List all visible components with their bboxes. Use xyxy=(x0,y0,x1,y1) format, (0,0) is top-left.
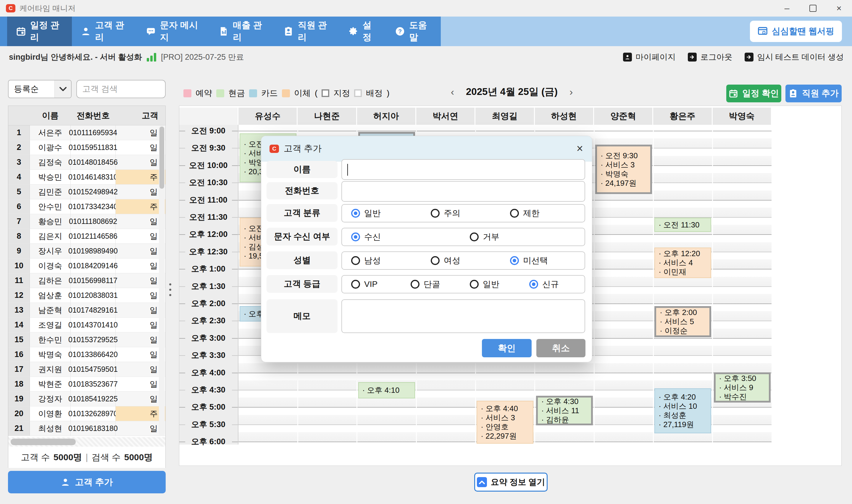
legend-label: 이체 xyxy=(294,88,311,99)
appointment-11[interactable]: · 오후 2:00· 서비스 5· 이정순 xyxy=(654,306,711,337)
staff-column-7[interactable]: 양준혁 xyxy=(594,108,653,125)
nav-tab-3[interactable]: 문자 메시지 xyxy=(137,17,210,46)
staff-column-4[interactable]: 박서연 xyxy=(416,108,475,125)
staff-column-5[interactable]: 최영길 xyxy=(475,108,534,125)
staff-column-3[interactable]: 허지아 xyxy=(357,108,416,125)
panel-resize-handle[interactable] xyxy=(169,283,171,296)
grid-row[interactable] xyxy=(238,373,772,390)
radio-unselected-icon xyxy=(470,233,479,241)
customer-row-14[interactable]: 14조영길010143701410일 xyxy=(8,318,165,332)
minimize-button[interactable]: – xyxy=(774,0,800,17)
nav-tab-4[interactable]: 매출 관리 xyxy=(210,17,274,46)
appointment-7[interactable]: · 오후 4:30· 서비스 11· 김하윤 xyxy=(536,396,593,425)
customer-row-7[interactable]: 7황승민010111808692일 xyxy=(8,214,165,229)
customer-row-3[interactable]: 3김정숙010148018456일 xyxy=(8,155,165,170)
customer-count-footer: 고객 수 5000명 | 검색 수 5000명 xyxy=(8,447,165,468)
customer-row-19[interactable]: 19강정자010185419225일 xyxy=(8,392,165,407)
status-link-3[interactable]: 임시 테스트 데이터 생성 xyxy=(745,52,844,62)
gender-option-2[interactable]: 여성 xyxy=(431,255,460,266)
customer-row-11[interactable]: 11김하은010156998117일 xyxy=(8,273,165,288)
nav-tab-7[interactable]: ?도움말 xyxy=(386,17,441,46)
staff-column-8[interactable]: 황은주 xyxy=(653,108,712,125)
nav-tab-6[interactable]: 설정 xyxy=(340,17,386,46)
horizontal-scrollbar-thumb[interactable] xyxy=(11,439,76,445)
appointment-5[interactable]: · 오후 4:10 xyxy=(358,382,415,398)
confirm-button[interactable]: 확인 xyxy=(482,339,532,357)
prev-day-button[interactable]: ‹ xyxy=(451,86,454,97)
nav-tab-1[interactable]: 일정 관리 xyxy=(7,17,72,46)
calendar-icon xyxy=(16,26,26,36)
time-label: 오후 12:30 xyxy=(179,246,237,257)
classification-option-2[interactable]: 주의 xyxy=(431,208,460,219)
customer-row-16[interactable]: 16박명숙010133866420일 xyxy=(8,347,165,362)
generate-icon xyxy=(745,53,754,61)
add-staff-button[interactable]: 직원 추가 xyxy=(785,85,842,102)
grade-option-2[interactable]: 단골 xyxy=(411,278,440,290)
summary-toggle-button[interactable]: 요약 정보 열기 xyxy=(474,473,548,491)
customer-row-20[interactable]: 20이영환010132628970주 xyxy=(8,407,165,421)
customer-row-2[interactable]: 2이광수010159511831일 xyxy=(8,140,165,155)
classification-option-1[interactable]: 일반 xyxy=(351,208,381,219)
modal-close-button[interactable]: × xyxy=(577,142,583,155)
nav-tab-2[interactable]: 고객 관리 xyxy=(72,17,137,46)
col-type: 고객 xyxy=(116,110,165,121)
status-link-2[interactable]: 로그아웃 xyxy=(688,52,732,62)
appointment-6[interactable]: · 오후 4:40· 서비스 3· 안영호· 22,297원 xyxy=(476,401,533,444)
gender-option-3[interactable]: 미선택 xyxy=(510,255,548,266)
time-label: 오후 1:00 xyxy=(179,264,237,274)
customer-row-12[interactable]: 12엄상훈010120838031일 xyxy=(8,288,165,303)
sms-option-2[interactable]: 거부 xyxy=(470,231,500,242)
customer-row-1[interactable]: 1서은주010111695934일 xyxy=(8,125,165,140)
column-separator xyxy=(712,125,713,445)
customer-row-9[interactable]: 9장시우010198989490일 xyxy=(8,244,165,258)
maximize-button[interactable] xyxy=(800,0,826,17)
gender-option-1[interactable]: 남성 xyxy=(351,255,381,266)
close-button[interactable]: × xyxy=(826,0,852,17)
appointment-8[interactable]: · 오전 9:30· 서비스 3· 박명숙· 24,197원 xyxy=(595,145,652,194)
memo-textarea[interactable] xyxy=(341,299,585,333)
phone-input[interactable] xyxy=(341,181,585,202)
customer-row-8[interactable]: 8김은지010121146586일 xyxy=(8,229,165,244)
status-link-1[interactable]: 마이페이지 xyxy=(623,52,675,62)
signal-bars-icon xyxy=(147,53,156,61)
websurf-button[interactable]: 심심할땐 웹서핑 xyxy=(750,21,842,42)
time-label: 오후 5:00 xyxy=(179,402,237,412)
cancel-button[interactable]: 취소 xyxy=(536,339,585,357)
customer-search-input[interactable]: 고객 검색 xyxy=(76,80,166,98)
nav-tab-5[interactable]: 직원 관리 xyxy=(274,17,339,46)
customer-row-6[interactable]: 6안수민010173342340주 xyxy=(8,199,165,214)
add-customer-label: 고객 추가 xyxy=(75,476,113,488)
sms-option-1[interactable]: 수신 xyxy=(351,231,381,242)
license-text: [PRO] 2025-07-25 만료 xyxy=(161,52,244,62)
grade-option-4[interactable]: 신규 xyxy=(529,278,559,290)
customer-row-15[interactable]: 15한수민010153729525일 xyxy=(8,332,165,347)
check-schedule-button[interactable]: 일정 확인 xyxy=(726,85,781,102)
grade-option-3[interactable]: 일반 xyxy=(470,278,500,290)
appointment-10[interactable]: · 오후 12:20· 서비스 4· 이민재 xyxy=(654,248,711,278)
appointment-9[interactable]: · 오전 11:30 xyxy=(654,218,711,232)
customer-row-5[interactable]: 5김민준010152498942일 xyxy=(8,184,165,199)
customer-row-4[interactable]: 4박승민010146148310주 xyxy=(8,170,165,184)
customer-row-10[interactable]: 10이경숙010184209146일 xyxy=(8,258,165,273)
next-day-button[interactable]: › xyxy=(569,86,573,97)
staff-column-2[interactable]: 나현준 xyxy=(297,108,357,125)
customer-row-17[interactable]: 17권지원010154759501일 xyxy=(8,362,165,377)
customer-row-18[interactable]: 18박현준010183523677일 xyxy=(8,377,165,392)
appointment-12[interactable]: · 오후 4:20· 서비스 10· 최성훈· 27,119원 xyxy=(654,388,711,433)
name-input[interactable] xyxy=(341,159,585,180)
grade-option-1[interactable]: VIP xyxy=(351,280,378,289)
sort-dropdown[interactable]: 등록순 xyxy=(8,80,72,98)
appointment-13[interactable]: · 오후 3:50· 서비스 9· 박수진 xyxy=(714,372,771,402)
horizontal-scrollbar[interactable] xyxy=(8,437,165,447)
staff-column-1[interactable]: 유성수 xyxy=(238,108,297,125)
customer-row-21[interactable]: 21최성현010196183180일 xyxy=(8,421,165,436)
add-customer-button[interactable]: 고객 추가 xyxy=(8,471,166,493)
person-icon xyxy=(61,478,70,487)
vertical-scrollbar-thumb[interactable] xyxy=(160,127,164,189)
classification-option-3[interactable]: 제한 xyxy=(510,208,540,219)
vertical-scrollbar[interactable] xyxy=(159,125,165,436)
staff-column-9[interactable]: 박영숙 xyxy=(713,108,772,125)
status-bar: singbird님 안녕하세요. - 서버 활성화 [PRO] 2025-07-… xyxy=(0,46,852,68)
customer-row-13[interactable]: 13남준혁010174829161일 xyxy=(8,303,165,318)
staff-column-6[interactable]: 하성현 xyxy=(535,108,594,125)
